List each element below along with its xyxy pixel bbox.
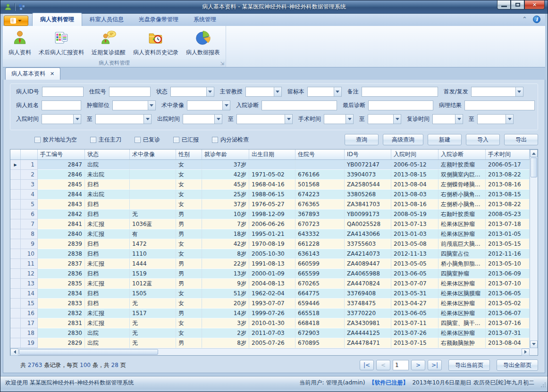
tab-close-icon[interactable]: ✕ xyxy=(50,71,54,77)
chevron-down-icon[interactable] xyxy=(506,115,513,124)
ribbon-tab-system-management[interactable]: 系统管理 xyxy=(186,13,224,26)
export-all-pages-button[interactable]: 导出全部页 xyxy=(497,359,538,371)
close-button[interactable]: ✕ xyxy=(524,0,545,9)
checkbox-endocrine-exam[interactable]: 内分泌检查 xyxy=(212,136,249,144)
next-page-button[interactable]: > xyxy=(411,360,425,370)
maximize-button[interactable] xyxy=(511,0,524,9)
column-header-age[interactable]: 就诊年龄 xyxy=(202,150,249,159)
data-report-button[interactable]: 病人数据报表 xyxy=(182,28,224,58)
table-row[interactable]: 52843归档女37岁1976-05-27676365ZA38417032013… xyxy=(10,200,530,209)
horizontal-scroll-thumb[interactable] xyxy=(19,349,158,355)
import-button[interactable]: 导入 xyxy=(466,134,500,145)
revisit-reminder-button[interactable]: 近期复诊提醒 xyxy=(88,28,129,58)
last-page-button[interactable]: >| xyxy=(428,360,442,370)
remarks-input[interactable] xyxy=(362,87,438,97)
scroll-up-button[interactable] xyxy=(530,150,538,157)
page-number-input[interactable] xyxy=(393,360,409,370)
vertical-scroll-thumb[interactable] xyxy=(531,158,537,177)
tumor-site-combo[interactable] xyxy=(112,100,156,110)
resize-grip-icon[interactable] xyxy=(540,382,546,388)
chevron-down-icon[interactable] xyxy=(285,115,292,124)
table-row[interactable]: 92839归档1472女42岁1970-08-19661228337556032… xyxy=(10,239,530,249)
admission-date-to-combo[interactable] xyxy=(95,114,152,124)
table-row[interactable]: 32845归档女45岁1968-04-16501568ZA25805442013… xyxy=(10,180,530,190)
column-header-admission-no[interactable]: 住院号 xyxy=(295,150,345,159)
pathology-result-input[interactable] xyxy=(464,100,535,110)
chevron-down-icon[interactable] xyxy=(346,115,353,124)
query-button[interactable]: 查询 xyxy=(345,134,379,145)
column-header-indicator[interactable] xyxy=(10,150,21,159)
column-header-gender[interactable]: 性别 xyxy=(176,150,202,159)
table-row[interactable]: 22846未出院女42岁1971-05-02676166339040732013… xyxy=(10,170,530,180)
horizontal-scrollbar[interactable] xyxy=(10,348,530,355)
chevron-down-icon[interactable] xyxy=(455,115,463,124)
column-header-birth-date[interactable]: 出生日期 xyxy=(249,150,295,159)
software-registered-link[interactable]: 【软件已注册】 xyxy=(369,379,408,387)
patient-id-input[interactable] xyxy=(42,87,84,97)
scroll-left-button[interactable] xyxy=(10,349,18,356)
chevron-down-icon[interactable] xyxy=(515,87,523,96)
vertical-scroll-track[interactable] xyxy=(530,178,538,341)
chevron-down-icon[interactable] xyxy=(206,87,214,96)
advanced-query-button[interactable]: 高级查询 xyxy=(383,134,423,145)
table-row[interactable]: 132835未汇报1012蓝男9岁2004-08-13670265ZA44708… xyxy=(10,279,530,289)
admission-date-from-combo[interactable] xyxy=(42,114,81,124)
table-row[interactable]: 72841未汇报1036蓝男7岁2006-06-26670723QA002552… xyxy=(10,219,530,229)
table-row[interactable]: 172831未汇报无女3岁2010-01-30668418ZA343098120… xyxy=(10,318,530,328)
ribbon-tab-disc-video-management[interactable]: 光盘录像带管理 xyxy=(131,13,186,26)
chevron-down-icon[interactable] xyxy=(214,115,222,124)
checkbox-film-address-empty[interactable]: 胶片地址为空 xyxy=(34,136,77,144)
table-row[interactable]: 182830出院无女2岁2011-07-03672903ZA4444125201… xyxy=(10,328,530,338)
table-row[interactable]: 142834归档1505女51岁1962-02-0466477533769408… xyxy=(10,289,530,299)
first-page-button[interactable]: |< xyxy=(360,360,374,370)
chevron-down-icon[interactable] xyxy=(143,115,151,124)
table-row[interactable]: 122836归档1519男13岁2000-01-09665599ZA406598… xyxy=(10,269,530,279)
discharge-date-from-combo[interactable] xyxy=(183,114,222,124)
history-records-button[interactable]: 病人资料历史记录 xyxy=(129,28,182,58)
attending-professor-combo[interactable] xyxy=(245,87,282,97)
patient-data-button[interactable]: 病人资料 xyxy=(5,28,35,58)
collapse-ribbon-icon[interactable]: ⌃ xyxy=(522,17,527,22)
column-header-admission-date[interactable]: 入院时间 xyxy=(391,150,438,159)
revisit-date-from-combo[interactable] xyxy=(432,114,463,124)
patient-name-input[interactable] xyxy=(42,100,81,110)
revisit-date-to-combo[interactable] xyxy=(477,114,514,124)
checkbox-chief-surgeon[interactable]: 主任主刀 xyxy=(90,136,121,144)
checkbox-reported[interactable]: 已汇报 xyxy=(173,136,199,144)
scroll-right-button[interactable] xyxy=(522,349,530,356)
column-header-status[interactable]: 状态 xyxy=(85,150,130,159)
table-row[interactable]: 162832未汇报1517男14岁1999-07-266655183377022… xyxy=(10,309,530,318)
surgery-date-from-combo[interactable] xyxy=(324,114,354,124)
column-header-admission-diagnosis[interactable]: 入院诊断 xyxy=(438,150,486,159)
admission-diagnosis-input[interactable] xyxy=(261,100,337,110)
final-diagnosis-input[interactable] xyxy=(368,100,433,110)
export-current-page-button[interactable]: 导出当前页 xyxy=(448,359,490,371)
table-row[interactable]: 112837未汇报1444男22岁1991-08-13660599ZA40894… xyxy=(10,259,530,269)
status-combo[interactable] xyxy=(170,87,214,97)
minimize-button[interactable] xyxy=(497,0,511,9)
scroll-down-button[interactable] xyxy=(530,341,538,348)
dialog-launcher-icon[interactable]: ⇲ xyxy=(220,61,224,66)
discharge-date-to-combo[interactable] xyxy=(236,114,293,124)
chevron-down-icon[interactable] xyxy=(334,87,341,96)
table-row[interactable]: 102838归档1110女8岁2005-10-30636143ZA4214073… xyxy=(10,249,530,259)
table-row[interactable]: 62842归档无男10岁1998-12-09367893YB0099173200… xyxy=(10,209,530,219)
info-icon[interactable]: i xyxy=(533,16,540,23)
checkbox-revisited[interactable]: 已复诊 xyxy=(135,136,160,144)
chevron-down-icon[interactable] xyxy=(393,115,401,124)
chevron-down-icon[interactable] xyxy=(274,87,281,96)
export-button[interactable]: 导出 xyxy=(504,134,538,145)
column-header-surgery-video[interactable]: 术中录像 xyxy=(130,150,176,159)
specimen-kept-combo[interactable] xyxy=(307,87,342,97)
new-button[interactable]: 新建 xyxy=(428,134,462,145)
admission-no-input[interactable] xyxy=(109,87,151,97)
ribbon-tab-patient-management[interactable]: 病人资料管理 xyxy=(32,13,82,26)
table-row[interactable]: 152833归档无女20岁1993-07-0765944633748475201… xyxy=(10,299,530,309)
postop-report-button[interactable]: 术后病人汇报资料 xyxy=(35,28,88,58)
table-row[interactable]: 192829出院无男8岁2005-07-26670895ZA4478471201… xyxy=(10,338,530,348)
chevron-down-icon[interactable] xyxy=(148,101,155,110)
column-header-manual-no[interactable]: 手工编号 xyxy=(38,150,85,159)
tab-patient-basic-info[interactable]: 病人基本资料 ✕ xyxy=(5,67,60,80)
column-header-surgery-date[interactable]: 手术时间 xyxy=(486,150,530,159)
column-header-id-no[interactable]: ID号 xyxy=(345,150,391,159)
